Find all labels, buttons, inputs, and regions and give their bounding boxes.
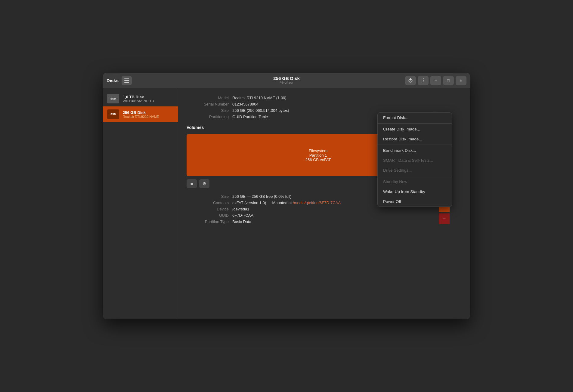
context-menu-arrow	[433, 109, 438, 112]
menu-separator-3	[378, 176, 452, 176]
vol-uuid-label: UUID	[187, 213, 229, 218]
menu-smart: SMART Data & Self-Tests...	[378, 155, 452, 165]
menu-power-off[interactable]: Power Off	[378, 197, 452, 207]
hamburger-line-1	[124, 78, 129, 79]
partitioning-label: Partitioning	[187, 115, 229, 119]
serial-value: 012345678904	[232, 102, 462, 106]
app-window: Disks 256 GB Disk /dev/sda ⋮ −	[103, 73, 470, 319]
hamburger-line-3	[124, 82, 129, 83]
power-button[interactable]	[405, 76, 416, 85]
menu-create-image[interactable]: Create Disk Image...	[378, 124, 452, 134]
hamburger-button[interactable]	[122, 76, 132, 85]
mount-path-link[interactable]: /media/qtekfun/6F7D-7CAA	[293, 201, 341, 205]
settings-icon: ⚙	[203, 181, 206, 186]
close-icon: ✕	[459, 78, 463, 83]
menu-drive-settings: Drive Settings...	[378, 165, 452, 175]
minimize-icon: −	[435, 78, 437, 83]
main-content: SSD 1,0 TB Disk WD Blue SN570 1TB SSD 25…	[103, 88, 470, 319]
titlebar: Disks 256 GB Disk /dev/sda ⋮ −	[103, 73, 470, 88]
menu-separator-1	[378, 123, 452, 124]
volume-partition-size: 256 GB exFAT	[305, 158, 331, 162]
contents-prefix: exFAT (version 1.0) — Mounted at	[232, 201, 293, 205]
disk-desc-256gb: Realtek RTL9210 NVME	[123, 115, 159, 118]
maximize-button[interactable]: □	[443, 76, 454, 85]
vol-device-label: Device	[187, 207, 229, 211]
size-value: 256 GB (256.060.514.304 bytes)	[232, 108, 462, 113]
vol-uuid-value: 6F7D-7CAA	[232, 213, 462, 218]
context-menu: Format Disk... Create Disk Image... Rest…	[377, 112, 452, 207]
stop-icon: ■	[190, 181, 193, 186]
close-button[interactable]: ✕	[456, 76, 466, 85]
disk-desc-1tb: WD Blue SN570 1TB	[123, 99, 154, 103]
sidebar-item-1tb[interactable]: SSD 1,0 TB Disk WD Blue SN570 1TB	[103, 91, 178, 106]
menu-standby: Standby Now	[378, 177, 452, 187]
disk-name-256gb: 256 GB Disk	[123, 110, 159, 115]
volume-partition-label: Filesystem	[305, 149, 331, 153]
stop-button[interactable]: ■	[187, 179, 197, 188]
ssd-icon-1tb: SSD	[107, 94, 119, 103]
menu-benchmark[interactable]: Benchmark Disk...	[378, 145, 452, 155]
minimize-button[interactable]: −	[430, 76, 441, 85]
model-value: Realtek RTL9210 NVME (1.00)	[232, 96, 462, 100]
menu-restore-image[interactable]: Restore Disk Image...	[378, 134, 452, 144]
more-options-button[interactable]: ⋮	[418, 76, 429, 85]
vol-partition-type-value: Basic Data	[232, 219, 462, 224]
titlebar-right: ⋮ − □ ✕	[400, 76, 466, 85]
menu-format-disk[interactable]: Format Disk...	[378, 113, 452, 123]
hamburger-line-2	[124, 80, 129, 81]
disk-info-1tb: 1,0 TB Disk WD Blue SN570 1TB	[123, 95, 154, 103]
sidebar-item-256gb[interactable]: SSD 256 GB Disk Realtek RTL9210 NVME	[103, 106, 178, 122]
ssd-icon-256gb: SSD	[107, 109, 119, 119]
model-label: Model	[187, 96, 229, 100]
sidebar: SSD 1,0 TB Disk WD Blue SN570 1TB SSD 25…	[103, 88, 178, 319]
window-disk-title: 256 GB Disk	[273, 76, 300, 81]
more-options-icon: ⋮	[421, 78, 426, 83]
disk-info-256gb: 256 GB Disk Realtek RTL9210 NVME	[123, 110, 159, 118]
disk-name-1tb: 1,0 TB Disk	[123, 95, 154, 99]
app-title: Disks	[107, 78, 119, 83]
vol-contents-label: Contents	[187, 201, 229, 205]
volume-partition-name: Partition 1	[305, 153, 331, 158]
vol-partition-type-label: Partition Type	[187, 219, 229, 224]
size-label: Size	[187, 108, 229, 113]
remove-partition-button[interactable]: −	[439, 213, 450, 224]
minus-icon: −	[443, 216, 446, 222]
window-disk-path: /dev/sda	[280, 81, 293, 85]
vol-device-value: /dev/sda1	[232, 207, 462, 211]
titlebar-left: Disks	[107, 76, 173, 85]
titlebar-center: 256 GB Disk /dev/sda	[173, 76, 400, 85]
maximize-icon: □	[447, 78, 450, 83]
power-icon	[408, 78, 413, 83]
menu-separator-2	[378, 145, 452, 145]
menu-wakeup[interactable]: Wake-Up from Standby	[378, 187, 452, 197]
volume-label: Filesystem Partition 1 256 GB exFAT	[305, 149, 331, 162]
vol-size-label: Size	[187, 194, 229, 199]
settings-button[interactable]: ⚙	[199, 179, 209, 188]
detail-panel: Model Realtek RTL9210 NVME (1.00) Serial…	[178, 88, 470, 319]
serial-label: Serial Number	[187, 102, 229, 106]
